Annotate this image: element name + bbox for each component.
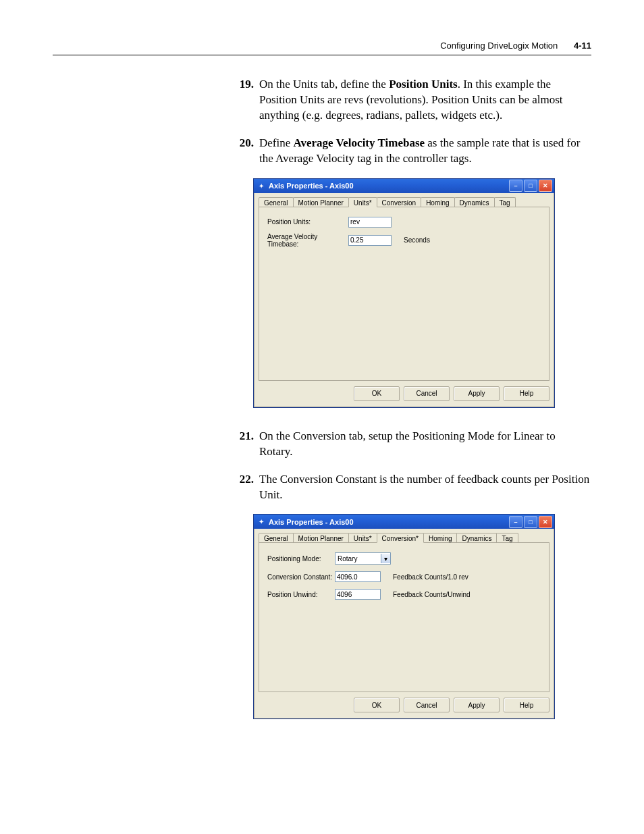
header-title: Configuring DriveLogix Motion: [440, 41, 558, 51]
ok-button[interactable]: OK: [354, 698, 400, 712]
minimize-button[interactable]: –: [509, 180, 522, 192]
tab-motion-planner[interactable]: Motion Planner: [293, 197, 349, 207]
tab-dynamics[interactable]: Dynamics: [456, 533, 497, 542]
tab-units[interactable]: Units*: [348, 197, 377, 207]
app-icon: ✦: [257, 181, 266, 190]
avg-vel-timebase-input[interactable]: [348, 235, 392, 246]
position-units-label: Position Units:: [267, 218, 348, 226]
step-text: On the Units tab, define the Position Un…: [259, 77, 591, 124]
avg-vel-timebase-label: Average Velocity Timebase:: [267, 233, 348, 248]
position-unwind-unit: Feedback Counts/Unwind: [393, 591, 471, 598]
step-21: 21. On the Conversion tab, setup the Pos…: [235, 429, 591, 460]
tab-homing[interactable]: Homing: [421, 197, 454, 207]
position-unwind-label: Position Unwind:: [267, 591, 335, 598]
window-title: Axis Properties - Axis00: [269, 518, 509, 526]
tab-general[interactable]: General: [259, 197, 294, 207]
avg-vel-timebase-unit: Seconds: [404, 236, 430, 244]
axis-properties-dialog-conversion: ✦ Axis Properties - Axis00 – □ ✕ General…: [254, 515, 554, 719]
tab-row: General Motion Planner Units* Conversion…: [259, 197, 549, 207]
step-20: 20. Define Average Velocity Timebase as …: [235, 136, 591, 167]
tab-tag[interactable]: Tag: [496, 533, 518, 542]
positioning-mode-label: Positioning Mode:: [267, 555, 335, 563]
tab-units[interactable]: Units*: [348, 533, 377, 542]
tab-row: General Motion Planner Units* Conversion…: [259, 533, 549, 543]
step-22: 22. The Conversion Constant is the numbe…: [235, 472, 591, 503]
step-number: 22.: [235, 472, 254, 503]
position-unwind-input[interactable]: [335, 589, 381, 600]
position-units-input[interactable]: [348, 217, 392, 228]
step-text: The Conversion Constant is the number of…: [259, 472, 591, 503]
step-19: 19. On the Units tab, define the Positio…: [235, 77, 591, 124]
page-header: Configuring DriveLogix Motion 4-11: [53, 41, 591, 55]
axis-properties-dialog-units: ✦ Axis Properties - Axis00 – □ ✕ General…: [254, 179, 554, 407]
tab-homing[interactable]: Homing: [423, 533, 457, 542]
titlebar[interactable]: ✦ Axis Properties - Axis00 – □ ✕: [254, 179, 554, 193]
maximize-button[interactable]: □: [524, 516, 537, 528]
minimize-button[interactable]: –: [509, 516, 522, 528]
conversion-constant-input[interactable]: [335, 571, 381, 582]
step-text: Define Average Velocity Timebase as the …: [259, 136, 591, 167]
positioning-mode-value: Rotary: [338, 555, 357, 563]
cancel-button[interactable]: Cancel: [404, 698, 450, 712]
tab-general[interactable]: General: [259, 533, 294, 542]
app-icon: ✦: [257, 517, 266, 527]
step-number: 20.: [235, 136, 254, 167]
maximize-button[interactable]: □: [524, 180, 537, 192]
conversion-constant-unit: Feedback Counts/1.0 rev: [393, 573, 468, 581]
tab-motion-planner[interactable]: Motion Planner: [293, 533, 349, 542]
step-text: On the Conversion tab, setup the Positio…: [259, 429, 591, 460]
tab-dynamics[interactable]: Dynamics: [454, 197, 495, 207]
titlebar[interactable]: ✦ Axis Properties - Axis00 – □ ✕: [254, 515, 554, 529]
ok-button[interactable]: OK: [354, 386, 400, 401]
window-title: Axis Properties - Axis00: [269, 182, 509, 190]
conversion-constant-label: Conversion Constant:: [267, 573, 335, 581]
close-button[interactable]: ✕: [539, 180, 552, 192]
close-button[interactable]: ✕: [539, 516, 552, 528]
step-number: 21.: [235, 429, 254, 460]
cancel-button[interactable]: Cancel: [404, 386, 450, 401]
units-panel: Position Units: Average Velocity Timebas…: [259, 207, 549, 381]
apply-button[interactable]: Apply: [454, 386, 500, 401]
page-number: 4-11: [574, 41, 591, 51]
positioning-mode-select[interactable]: Rotary ▾: [335, 552, 391, 565]
step-number: 19.: [235, 77, 254, 124]
chevron-down-icon: ▾: [381, 554, 390, 563]
apply-button[interactable]: Apply: [454, 698, 500, 712]
help-button[interactable]: Help: [504, 386, 549, 401]
help-button[interactable]: Help: [504, 698, 549, 712]
conversion-panel: Positioning Mode: Rotary ▾ Conversion Co…: [259, 543, 549, 692]
tab-conversion[interactable]: Conversion*: [377, 533, 424, 543]
tab-tag[interactable]: Tag: [494, 197, 516, 207]
tab-conversion[interactable]: Conversion: [377, 197, 422, 207]
